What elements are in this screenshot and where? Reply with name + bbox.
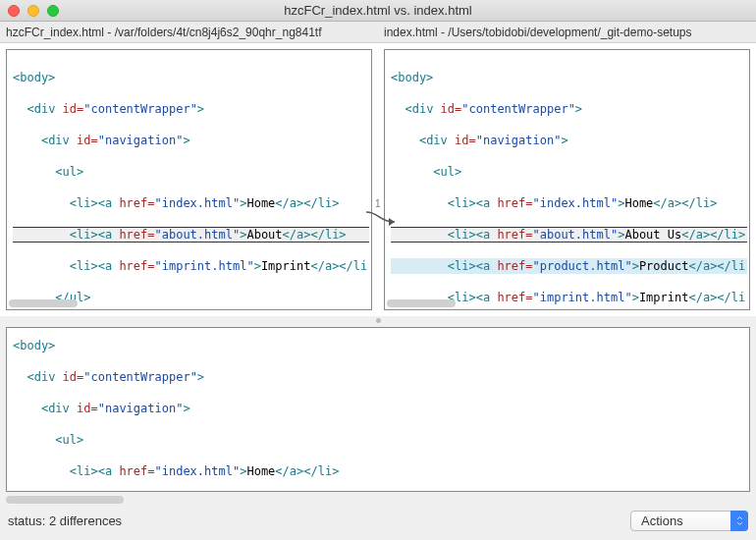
code-line[interactable]: <ul>	[13, 432, 747, 448]
code-line[interactable]: <li><a href="product.html">Product</a></…	[391, 258, 747, 274]
diff-hunk-badge: 1	[375, 198, 381, 209]
code-line[interactable]: <div id="navigation">	[391, 133, 747, 148]
left-file-path: hzcFCr_index.html - /var/folders/4t/cn8j…	[0, 23, 378, 42]
merged-result-pane[interactable]: <body> <div id="contentWrapper"> <div id…	[6, 327, 750, 492]
status-bar: status: 2 differences Actions	[0, 506, 756, 535]
code-line[interactable]: <ul>	[13, 164, 369, 180]
code-line[interactable]: <div id="contentWrapper">	[391, 101, 747, 117]
horizontal-scrollbar[interactable]	[387, 299, 456, 307]
file-path-bar: hzcFCr_index.html - /var/folders/4t/cn8j…	[0, 22, 756, 43]
code-line[interactable]: <li><a href="imprint.html">Imprint</a></…	[13, 258, 369, 274]
right-diff-pane[interactable]: <body> <div id="contentWrapper"> <div id…	[384, 49, 750, 310]
code-line[interactable]: <li><a href="about.html">About</a></li>	[13, 227, 369, 243]
code-line[interactable]: <body>	[13, 70, 369, 85]
left-diff-pane[interactable]: <body> <div id="contentWrapper"> <div id…	[6, 49, 372, 310]
code-line[interactable]: <li><a href="index.html">Home</a></li>	[391, 195, 747, 211]
code-line[interactable]: <body>	[391, 70, 747, 85]
code-line[interactable]: <div id="contentWrapper">	[13, 369, 747, 385]
code-line[interactable]: <div id="contentWrapper">	[13, 101, 369, 117]
code-line[interactable]: <div id="navigation">	[13, 133, 369, 148]
status-value: 2 differences	[49, 513, 122, 528]
close-window-button[interactable]	[8, 5, 20, 17]
diff-panes: <body> <div id="contentWrapper"> <div id…	[0, 43, 756, 316]
code-line[interactable]: <ul>	[391, 164, 747, 180]
horizontal-scrollbar[interactable]	[6, 496, 124, 504]
window-titlebar: hzcFCr_index.html vs. index.html	[0, 0, 756, 22]
code-line[interactable]: <div id="navigation">	[13, 401, 747, 416]
zoom-window-button[interactable]	[47, 5, 59, 17]
code-line[interactable]: <li><a href="index.html">Home</a></li>	[13, 463, 747, 479]
pane-splitter[interactable]	[0, 316, 756, 324]
horizontal-scrollbar[interactable]	[9, 299, 78, 307]
minimize-window-button[interactable]	[27, 5, 39, 17]
code-line[interactable]: <li><a href="about.html">About Us</a></l…	[391, 227, 747, 243]
code-line[interactable]: <body>	[13, 338, 747, 353]
window-title: hzcFCr_index.html vs. index.html	[0, 3, 756, 18]
status-label: status:	[8, 513, 45, 528]
right-file-path: index.html - /Users/tobidobi/development…	[378, 23, 756, 42]
code-line[interactable]: <li><a href="index.html">Home</a></li>	[13, 195, 369, 211]
chevron-down-icon	[730, 511, 748, 531]
actions-dropdown[interactable]: Actions	[630, 511, 748, 531]
